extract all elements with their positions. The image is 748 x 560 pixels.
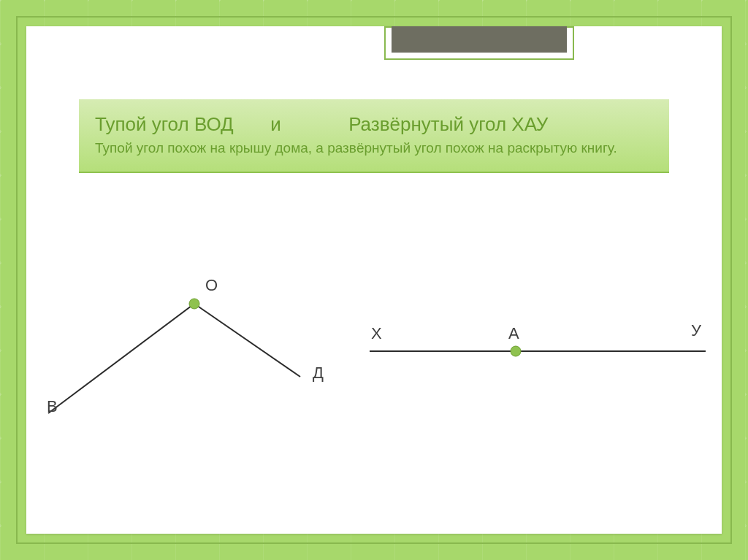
vertex-A-dot — [511, 346, 521, 356]
label-O: О — [205, 276, 218, 295]
ray-OD — [194, 304, 300, 377]
title-left: Тупой угол ВОД — [95, 113, 234, 135]
straight-angle-svg — [355, 209, 735, 501]
slide-canvas: Тупой угол ВОД и Развёрнутый угол ХАУ Ту… — [26, 26, 722, 534]
tab-decoration-fill — [392, 26, 567, 53]
label-D: Д — [313, 364, 324, 383]
label-X: Х — [371, 324, 382, 343]
title-right: Развёрнутый угол ХАУ — [348, 113, 548, 135]
label-V: В — [47, 397, 58, 416]
ray-OV — [48, 304, 194, 413]
diagram-area: О Д В Х А У — [26, 209, 722, 534]
title-box: Тупой угол ВОД и Развёрнутый угол ХАУ Ту… — [79, 99, 669, 173]
vertex-O-dot — [189, 299, 199, 309]
title-subtitle: Тупой угол похож на крышу дома, а развёр… — [95, 139, 653, 158]
title-connector: и — [270, 113, 281, 135]
title-main: Тупой угол ВОД и Развёрнутый угол ХАУ — [95, 112, 653, 137]
label-U: У — [691, 321, 701, 340]
obtuse-angle-svg — [26, 209, 362, 501]
label-A: А — [508, 324, 519, 343]
